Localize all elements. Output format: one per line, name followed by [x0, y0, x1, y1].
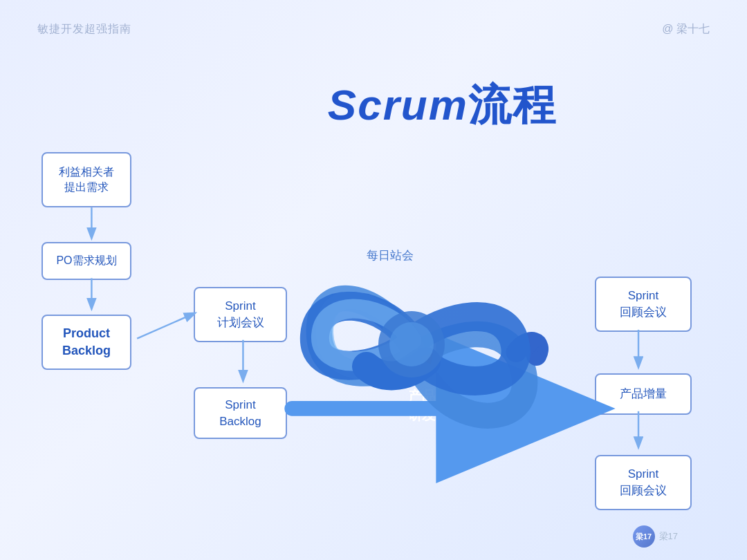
sprint-review-box: Sprint回顾会议 — [595, 277, 692, 332]
top-right-watermark: @ 梁十七 — [662, 22, 710, 37]
avatar: 梁17 — [633, 525, 655, 548]
product-increment-box: 产品增量 — [595, 373, 692, 415]
product-dev-label: 产品研发 — [394, 387, 450, 424]
watermark-label: 梁17 — [659, 530, 678, 543]
svg-point-8 — [389, 322, 434, 366]
stakeholder-box: 利益相关者提出需求 — [42, 152, 131, 207]
svg-line-2 — [137, 313, 194, 338]
svg-point-7 — [378, 311, 445, 377]
sprint-backlog-box: SprintBacklog — [194, 387, 287, 439]
svg-marker-6 — [419, 352, 437, 368]
top-left-watermark: 敏捷开发超强指南 — [37, 22, 131, 37]
daily-standup-label: 每日站会 — [367, 248, 414, 263]
diagram-container: 利益相关者提出需求 PO需求规划 ProductBacklog Sprint计划… — [28, 138, 719, 519]
po-box: PO需求规划 — [42, 242, 131, 280]
sprint-plan-box: Sprint计划会议 — [194, 287, 287, 342]
sprint-retrospective-box: Sprint回顾会议 — [595, 455, 692, 510]
product-backlog-box: ProductBacklog — [42, 315, 131, 370]
bottom-watermark: 梁17 梁17 — [633, 525, 678, 548]
page-title: Scrum流程 — [328, 76, 557, 134]
